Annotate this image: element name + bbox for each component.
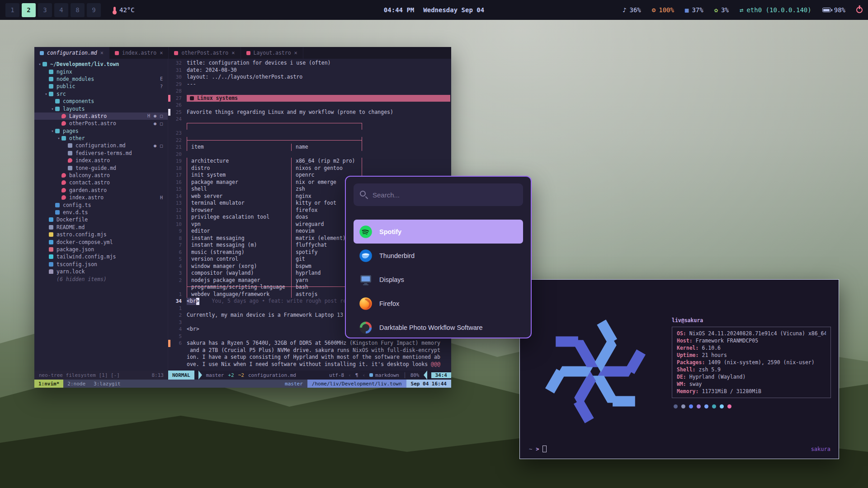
tree-item[interactable]: node_modules E — [34, 75, 168, 83]
terminal-window[interactable]: liv@sakura OS: NixOS 24.11.20240828.71e9… — [519, 279, 839, 459]
battery-module[interactable]: 98% — [822, 6, 845, 14]
top-bar: 123489 42°C 04:44 PM Wednesday Sep 04 36… — [0, 0, 868, 20]
tmux-window-active[interactable]: 1:nvim* — [34, 380, 63, 388]
tab-close-icon[interactable]: × — [294, 50, 297, 56]
app-item-firefox[interactable]: Firefox — [354, 291, 523, 315]
tree-item[interactable]: yarn.lock — [34, 268, 168, 275]
app-item-thunderbird[interactable]: Thunderbird — [354, 244, 523, 267]
tab-close-icon[interactable]: × — [231, 50, 235, 56]
tree-item[interactable]: ▾ ~/Development/liv.town — [34, 61, 168, 68]
status-module[interactable]: 36% — [623, 6, 641, 14]
tree-item-label: nginx — [57, 69, 72, 75]
tree-item[interactable]: balcony.astro — [34, 172, 168, 179]
editor-tab[interactable]: configuration.md × — [34, 47, 109, 59]
git-status-badge: H ● □ — [147, 113, 168, 118]
status-module[interactable]: 37% — [685, 6, 703, 14]
app-item-darktable[interactable]: Darktable Photo Workflow Software — [354, 315, 523, 338]
palette-dot — [681, 404, 685, 408]
table-row-line: 18 package manager nix or emerge — [168, 165, 451, 172]
tree-item[interactable]: README.md — [34, 224, 168, 231]
temperature-module[interactable]: 42°C — [113, 6, 135, 14]
tree-item[interactable]: ▾ src — [34, 90, 168, 98]
tree-item[interactable]: Layout.astro H ● □ — [34, 113, 168, 120]
tree-item[interactable]: index.astro H — [34, 194, 168, 201]
editor-tab[interactable]: otherPost.astro × — [169, 47, 241, 59]
workspace-button[interactable]: 8 — [71, 3, 85, 17]
tree-item[interactable]: tone-guide.md — [34, 164, 168, 171]
tree-item[interactable]: env.d.ts — [34, 209, 168, 216]
line-number: 29 — [170, 81, 187, 88]
tree-item-label: configuration.md — [75, 142, 126, 149]
tree-item[interactable]: components — [34, 98, 168, 105]
line-number: 28 — [170, 88, 187, 95]
tree-item-label: yarn.lock — [57, 268, 85, 275]
tree-item[interactable]: (6 hidden items) — [34, 275, 168, 282]
tree-item[interactable]: contact.astro — [34, 179, 168, 186]
tree-item[interactable]: package.json — [34, 246, 168, 253]
tab-close-icon[interactable]: × — [100, 50, 104, 56]
workspace-button[interactable]: 3 — [38, 3, 52, 17]
line-number: 32 — [170, 60, 187, 67]
app-label: Darktable Photo Workflow Software — [379, 324, 483, 331]
editor-tab[interactable]: Layout.astro × — [241, 47, 303, 59]
shell-prompt[interactable]: ~ > — [529, 446, 547, 452]
separator-icon — [348, 372, 351, 378]
file-tree[interactable]: ▾ ~/Development/liv.town nginx node_modu… — [34, 59, 168, 371]
app-item-spotify[interactable]: Spotify — [354, 220, 523, 244]
tree-item[interactable]: ▾ layouts — [34, 105, 168, 112]
tree-item[interactable]: docker-compose.yml — [34, 238, 168, 245]
app-label: Spotify — [379, 228, 401, 235]
tree-item[interactable]: config.ts — [34, 201, 168, 208]
tree-item[interactable]: tailwind.config.mjs — [34, 253, 168, 260]
battery-icon — [822, 8, 831, 12]
tree-item[interactable]: ▾ pages — [34, 127, 168, 135]
markdown-icon — [369, 373, 373, 377]
line-number — [170, 354, 187, 361]
git-blame-annotation: You, 5 days ago • feat: write rough post… — [199, 298, 349, 305]
status-modules: 36% 100% 37% 3% eth0 (10.0.0.140) 98% — [623, 6, 845, 14]
search-input[interactable] — [354, 183, 523, 206]
tree-item[interactable]: configuration.md ● □ — [34, 142, 168, 149]
app-list: Spotify Thunderbird Displays Firefox Dar… — [354, 220, 523, 338]
palette-dot — [712, 404, 716, 408]
docker-file-icon — [49, 217, 53, 222]
tmux-window[interactable]: 3:lazygit — [90, 380, 125, 388]
tree-item[interactable]: Dockerfile — [34, 216, 168, 223]
tree-item[interactable]: tsconfig.json — [34, 261, 168, 268]
tree-item[interactable]: otherPost.astro ● □ — [34, 120, 168, 127]
statusline: neo-tree filesystem [1] [-] 8:13 NORMAL … — [34, 371, 451, 380]
tree-item[interactable]: garden.astro — [34, 187, 168, 194]
power-button[interactable] — [856, 7, 863, 13]
editor-line: 6 sakura has a Ryzen 5 7640U, 32GB of DD… — [168, 340, 451, 347]
tree-item[interactable]: nginx — [34, 68, 168, 75]
workspace-button[interactable]: 9 — [87, 3, 101, 17]
tree-item[interactable]: public ? — [34, 83, 168, 90]
current-line-number: 34 — [170, 298, 187, 305]
tab-close-icon[interactable]: × — [160, 50, 163, 56]
workspace-button[interactable]: 1 — [5, 3, 19, 17]
status-module[interactable]: 3% — [714, 6, 729, 14]
tree-item[interactable]: index.astro — [34, 157, 168, 164]
status-module[interactable]: eth0 (10.0.0.140) — [740, 6, 811, 14]
app-item-displays[interactable]: Displays — [354, 267, 523, 291]
line-number: 12 — [170, 207, 187, 214]
tab-label: Layout.astro — [254, 50, 291, 56]
info-line: Host: Framework FRANMDCP05 — [677, 337, 826, 344]
tmux-window[interactable]: 2:node — [63, 380, 90, 388]
workspace-button[interactable]: 2 — [22, 3, 36, 17]
workspaces: 123489 — [5, 3, 101, 17]
tree-item-label: env.d.ts — [63, 209, 88, 216]
workspace-button[interactable]: 4 — [54, 3, 68, 17]
tmux-git-branch: master — [280, 381, 307, 387]
tree-item[interactable]: astro.config.mjs — [34, 231, 168, 238]
tree-item[interactable]: ▾ other — [34, 135, 168, 142]
editor-tab[interactable]: index.astro × — [109, 47, 169, 59]
app-label: Thunderbird — [379, 252, 415, 259]
app-launcher[interactable]: Spotify Thunderbird Displays Firefox Dar… — [345, 176, 532, 338]
git-status-badge: ● □ — [154, 143, 168, 148]
status-module[interactable]: 100% — [652, 6, 674, 14]
clock-date: Wednesday Sep 04 — [423, 6, 484, 14]
tree-item[interactable]: fediverse-terms.md — [34, 150, 168, 157]
chevron-down-icon: ▾ — [50, 107, 55, 111]
line-number: 31 — [170, 67, 187, 74]
